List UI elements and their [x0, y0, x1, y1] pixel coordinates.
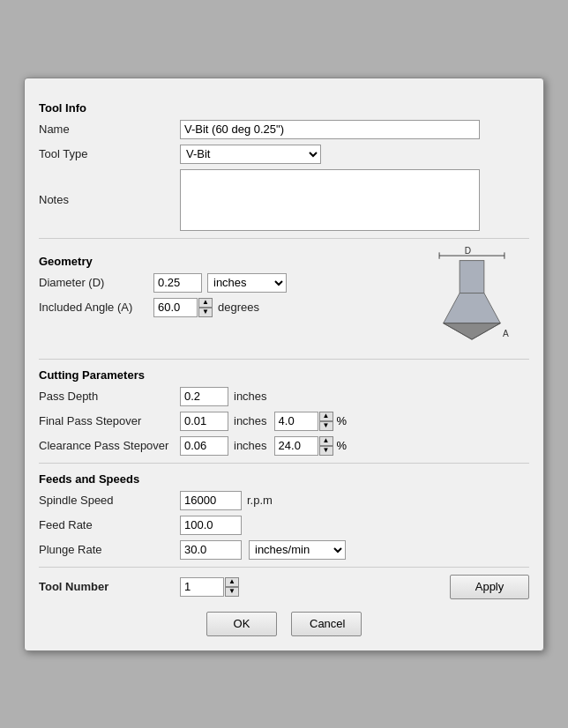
tool-number-input[interactable] [180, 577, 224, 597]
clearance-pct-spinner: ▲ ▼ [274, 436, 333, 456]
ok-button[interactable]: OK [206, 612, 277, 636]
tool-type-row: Tool Type V-Bit End Mill Ball Nose Engra… [39, 145, 529, 164]
final-pass-down-btn[interactable]: ▼ [319, 421, 333, 431]
cutting-params-section-title: Cutting Parameters [39, 368, 529, 382]
tool-type-label: Tool Type [39, 147, 180, 160]
final-pass-pct-label: % [337, 414, 348, 427]
tool-type-select[interactable]: V-Bit End Mill Ball Nose Engraving [180, 145, 321, 164]
pass-depth-units: inches [234, 390, 267, 403]
plunge-rate-label: Plunge Rate [39, 543, 180, 556]
cancel-button[interactable]: Cancel [291, 612, 362, 636]
tool-diagram: D A [419, 246, 525, 352]
name-row: Name [39, 120, 529, 139]
svg-marker-5 [444, 293, 501, 323]
clearance-input[interactable] [180, 436, 228, 456]
final-pass-row: Final Pass Stepover inches ▲ ▼ % [39, 412, 529, 431]
plunge-rate-row: Plunge Rate inches/min mm/min [39, 540, 529, 560]
diameter-units-select[interactable]: inches mm [207, 273, 287, 293]
clearance-up-btn[interactable]: ▲ [319, 436, 333, 446]
final-pass-up-btn[interactable]: ▲ [319, 412, 333, 421]
svg-marker-6 [444, 323, 501, 338]
final-pass-pct-input[interactable] [274, 412, 318, 431]
feeds-speeds-section-title: Feeds and Speeds [39, 472, 529, 486]
angle-up-btn[interactable]: ▲ [198, 298, 213, 308]
clearance-units: inches [234, 439, 267, 452]
svg-text:D: D [465, 246, 471, 256]
feed-rate-label: Feed Rate [39, 518, 180, 531]
tool-number-left: Tool Number ▲ ▼ [39, 577, 239, 597]
clearance-pct-input[interactable] [274, 436, 318, 456]
tool-number-btns: ▲ ▼ [225, 577, 239, 597]
final-pass-input[interactable] [180, 412, 228, 431]
footer-buttons: OK Cancel [39, 612, 529, 636]
feed-rate-row: Feed Rate [39, 516, 529, 535]
clearance-down-btn[interactable]: ▼ [319, 446, 333, 456]
pass-depth-row: Pass Depth inches [39, 387, 529, 406]
spindle-row: Spindle Speed r.p.m [39, 491, 529, 510]
diameter-label: Diameter (D) [39, 276, 153, 289]
pass-depth-label: Pass Depth [39, 390, 180, 403]
angle-label: Included Angle (A) [39, 301, 153, 314]
diameter-input[interactable] [153, 273, 202, 293]
notes-label: Notes [39, 193, 180, 206]
final-pass-label: Final Pass Stepover [39, 414, 180, 427]
apply-button[interactable]: Apply [450, 575, 529, 599]
spindle-input[interactable] [180, 491, 242, 510]
clearance-label: Clearance Pass Stepover [39, 439, 180, 452]
feed-rate-input[interactable] [180, 516, 242, 535]
spindle-label: Spindle Speed [39, 494, 180, 507]
notes-row: Notes [39, 169, 529, 231]
angle-spinner-btns: ▲ ▼ [198, 298, 213, 317]
feed-units-select[interactable]: inches/min mm/min [249, 540, 346, 560]
angle-spinner: ▲ ▼ [153, 298, 213, 317]
final-pass-pct-btns: ▲ ▼ [319, 412, 333, 431]
tool-number-spinner: ▲ ▼ [180, 577, 239, 597]
pass-depth-input[interactable] [180, 387, 228, 406]
clearance-row: Clearance Pass Stepover inches ▲ ▼ % [39, 436, 529, 456]
angle-input[interactable] [153, 298, 198, 317]
tool-number-up-btn[interactable]: ▲ [225, 577, 239, 587]
angle-units-label: degrees [218, 301, 259, 314]
tool-number-label: Tool Number [39, 580, 180, 593]
final-pass-units: inches [234, 414, 267, 427]
tool-number-down-btn[interactable]: ▼ [225, 587, 239, 597]
tool-dialog: Tool Info Name Tool Type V-Bit End Mill … [24, 78, 544, 651]
tool-number-row: Tool Number ▲ ▼ Apply [39, 575, 529, 599]
geometry-right: D A [415, 246, 529, 352]
geometry-section-title: Geometry [39, 255, 415, 268]
geometry-section: Geometry Diameter (D) inches mm Included… [39, 246, 529, 352]
name-input[interactable] [180, 120, 480, 139]
svg-rect-4 [460, 260, 484, 293]
angle-row: Included Angle (A) ▲ ▼ degrees [39, 298, 415, 317]
name-label: Name [39, 123, 180, 136]
clearance-pct-btns: ▲ ▼ [319, 436, 333, 456]
notes-textarea[interactable] [180, 169, 480, 231]
tool-info-section-title: Tool Info [39, 101, 529, 115]
angle-down-btn[interactable]: ▼ [198, 308, 213, 317]
svg-text:A: A [503, 329, 509, 338]
geometry-left: Geometry Diameter (D) inches mm Included… [39, 246, 415, 352]
final-pass-pct-spinner: ▲ ▼ [274, 412, 333, 431]
spindle-units: r.p.m [247, 494, 273, 507]
clearance-pct-label: % [337, 439, 348, 452]
diameter-row: Diameter (D) inches mm [39, 273, 415, 293]
plunge-rate-input[interactable] [180, 540, 242, 560]
